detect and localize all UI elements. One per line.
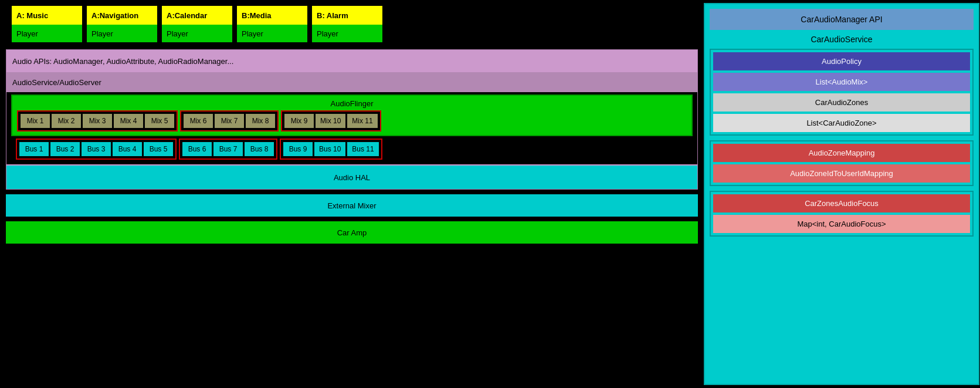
car-audio-service-label: CarAudioService: [710, 32, 974, 46]
app-box-0: A: Music Player: [12, 6, 82, 42]
mix-groups: Mix 1Mix 2Mix 3Mix 4Mix 5Mix 6Mix 7Mix 8…: [17, 110, 687, 131]
app-player-0: Player: [12, 25, 82, 42]
bus-groups: Bus 1Bus 2Bus 3Bus 4Bus 5Bus 6Bus 7Bus 8…: [11, 136, 693, 162]
car-amp-layer: Car Amp: [6, 221, 698, 244]
mix-box-2-1: Mix 10: [316, 114, 345, 128]
car-amp-text: Car Amp: [337, 228, 367, 237]
bus-group-1: Bus 6Bus 7Bus 8: [179, 139, 277, 160]
bus-box-2-1: Bus 10: [314, 142, 345, 156]
app-label-1: A:Navigation: [87, 6, 157, 25]
mix-box-0-1: Mix 2: [52, 114, 81, 128]
bus-box-1-1: Bus 7: [213, 142, 243, 156]
app-box-3: B:Media Player: [237, 6, 307, 42]
mix-box-2-2: Mix 11: [347, 114, 377, 128]
car-audio-manager-api: CarAudioManager API: [710, 9, 974, 30]
bus-box-2-0: Bus 9: [283, 142, 313, 156]
mix-box-0-4: Mix 5: [145, 114, 174, 128]
app-box-4: B: Alarm Player: [312, 6, 382, 42]
audio-hal-layer: Audio HAL: [6, 166, 697, 189]
right-panel: CarAudioManager API CarAudioService Audi…: [704, 3, 979, 385]
mix-group-1: Mix 6Mix 7Mix 8: [180, 110, 279, 131]
app-box-1: A:Navigation Player: [87, 6, 157, 42]
mix-group-0: Mix 1Mix 2Mix 3Mix 4Mix 5: [17, 110, 178, 131]
audio-policy-box: AudioPolicy: [713, 52, 970, 70]
audio-zone-mapping-section: AudioZoneMapping AudioZoneIdToUserIdMapp…: [710, 140, 974, 186]
bus-box-0-4: Bus 5: [144, 142, 173, 156]
car-zones-audio-focus-section: CarZonesAudioFocus Map<int, CarAudioFocu…: [710, 191, 974, 237]
app-box-2: A:Calendar Player: [162, 6, 232, 42]
audio-zone-id-mapping-box: AudioZoneIdToUserIdMapping: [713, 164, 970, 183]
mix-box-2-0: Mix 9: [284, 114, 314, 128]
bus-box-2-2: Bus 11: [347, 142, 378, 156]
app-player-1: Player: [87, 25, 157, 42]
mix-box-0-0: Mix 1: [21, 114, 50, 128]
mix-box-1-2: Mix 8: [246, 114, 275, 128]
diagram-inner: Audio APIs: AudioManager, AudioAttribute…: [6, 49, 698, 190]
bus-box-0-3: Bus 4: [113, 142, 142, 156]
app-label-2: A:Calendar: [162, 6, 232, 25]
list-audio-mix-box: List<AudioMix>: [713, 73, 970, 91]
mix-box-1-0: Mix 6: [184, 114, 213, 128]
bus-box-1-0: Bus 6: [182, 142, 212, 156]
list-car-audio-zone-box: List<CarAudioZone>: [713, 114, 970, 132]
app-player-4: Player: [312, 25, 382, 42]
map-car-audio-focus-box: Map<int, CarAudioFocus>: [713, 215, 970, 233]
audio-service-layer: AudioService/AudioServer: [6, 72, 697, 92]
mix-box-1-1: Mix 7: [215, 114, 244, 128]
mix-box-0-2: Mix 3: [83, 114, 112, 128]
mix-box-0-3: Mix 4: [114, 114, 143, 128]
car-audio-zones-box: CarAudioZones: [713, 93, 970, 112]
mix-group-2: Mix 9Mix 10Mix 11: [281, 110, 381, 131]
audio-hal-text: Audio HAL: [334, 173, 370, 182]
external-mixer-layer: External Mixer: [6, 194, 698, 217]
bus-group-0: Bus 1Bus 2Bus 3Bus 4Bus 5: [16, 139, 177, 160]
audio-zone-mapping-box: AudioZoneMapping: [713, 144, 970, 162]
audio-policy-section: AudioPolicy List<AudioMix> CarAudioZones…: [710, 49, 974, 136]
app-player-2: Player: [162, 25, 232, 42]
app-label-0: A: Music: [12, 6, 82, 25]
app-row: A: Music Player A:Navigation Player A:Ca…: [12, 6, 698, 42]
audio-apis-text: Audio APIs: AudioManager, AudioAttribute…: [12, 57, 233, 66]
app-label-3: B:Media: [237, 6, 307, 25]
audio-flinger-container: AudioFlinger Mix 1Mix 2Mix 3Mix 4Mix 5Mi…: [11, 95, 693, 136]
bus-box-0-2: Bus 3: [82, 142, 111, 156]
audio-apis-layer: Audio APIs: AudioManager, AudioAttribute…: [6, 50, 697, 72]
external-mixer-text: External Mixer: [327, 201, 376, 210]
audio-service-text: AudioService/AudioServer: [12, 78, 101, 87]
bus-box-1-2: Bus 8: [245, 142, 274, 156]
audio-flinger-label: AudioFlinger: [17, 99, 687, 108]
app-label-4: B: Alarm: [312, 6, 382, 25]
bus-box-0-1: Bus 2: [50, 142, 80, 156]
bus-group-2: Bus 9Bus 10Bus 11: [280, 139, 382, 160]
flinger-wrap: AudioFlinger Mix 1Mix 2Mix 3Mix 4Mix 5Mi…: [6, 92, 697, 164]
app-player-3: Player: [237, 25, 307, 42]
car-zones-audio-focus-box: CarZonesAudioFocus: [713, 194, 970, 212]
main-diagram: A: Music Player A:Navigation Player A:Ca…: [0, 0, 704, 388]
bus-box-0-0: Bus 1: [19, 142, 49, 156]
